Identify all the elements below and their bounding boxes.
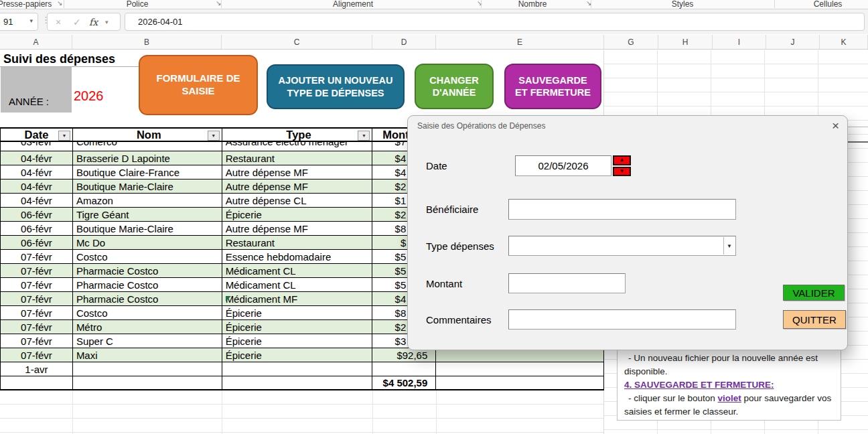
date-cell[interactable]: 07-févr xyxy=(1,278,73,291)
nom-cell[interactable]: Comerco xyxy=(73,142,222,151)
filter-icon[interactable]: ▼ xyxy=(58,131,70,141)
nom-cell[interactable]: Métro xyxy=(73,320,222,334)
date-field[interactable]: 02/05/2026 xyxy=(515,155,611,176)
date-cell[interactable]: 03-févr xyxy=(1,142,73,151)
nom-cell[interactable]: Super C xyxy=(73,334,222,348)
type-cell[interactable]: Épicerie xyxy=(222,334,373,348)
insert-function-icon[interactable]: fx xyxy=(89,17,98,27)
nom-cell[interactable]: Boutique Marie-Claire xyxy=(73,179,222,193)
cell[interactable] xyxy=(73,376,222,389)
date-cell[interactable]: 07-févr xyxy=(1,320,73,334)
column-header-date[interactable]: Date ▼ xyxy=(1,129,73,141)
column-header-g[interactable]: G xyxy=(604,35,658,49)
type-cell[interactable]: Épicerie xyxy=(222,320,373,334)
nom-cell[interactable]: Amazon xyxy=(73,194,222,207)
type-cell[interactable]: Épicerie xyxy=(222,348,373,362)
type-cell[interactable]: Autre dépense MF xyxy=(222,222,373,235)
montant-cell[interactable]: $92,65 xyxy=(372,348,436,362)
nom-cell[interactable]: Tigre Géant xyxy=(73,208,222,221)
filter-icon[interactable]: ▼ xyxy=(208,131,220,141)
dialog-launcher-icon[interactable]: ↘ xyxy=(57,0,62,7)
save-close-button[interactable]: SAUVEGARDE ET FERMETURE xyxy=(504,64,601,109)
column-header-c[interactable]: C xyxy=(222,35,372,49)
column-header-i[interactable]: I xyxy=(713,35,766,49)
date-cell[interactable]: 06-févr xyxy=(1,208,73,221)
nom-cell[interactable]: Brasserie D Lapointe xyxy=(73,151,222,165)
montant-field[interactable] xyxy=(508,273,626,293)
type-cell[interactable]: Essence hebdomadaire xyxy=(222,250,373,263)
type-cell[interactable]: Autre dépense MF xyxy=(222,179,373,193)
date-cell[interactable]: 1-avr xyxy=(1,362,73,376)
column-header-k[interactable]: K xyxy=(820,35,868,49)
enter-entry-icon[interactable]: ✓ xyxy=(73,17,81,27)
total-amount[interactable]: $4 502,59 xyxy=(372,376,436,389)
chevron-down-icon[interactable]: ▼ xyxy=(723,237,735,255)
chevron-down-icon[interactable]: ▾ xyxy=(105,19,108,25)
nom-cell[interactable]: Maxi xyxy=(73,348,222,362)
date-cell[interactable]: 07-févr xyxy=(1,334,73,348)
column-header-type[interactable]: Type ▼ xyxy=(222,129,373,141)
date-cell[interactable]: 07-févr xyxy=(1,306,73,319)
cell[interactable] xyxy=(222,376,373,389)
beneficiaire-field[interactable] xyxy=(508,199,736,220)
column-header-e[interactable]: E xyxy=(436,35,604,49)
formula-input[interactable]: 2026-04-01 xyxy=(125,13,865,31)
filter-icon[interactable]: ▼ xyxy=(358,131,370,141)
type-cell[interactable]: Médicament MF xyxy=(222,292,373,305)
date-cell[interactable]: 04-févr xyxy=(1,165,73,179)
date-cell[interactable]: 06-févr xyxy=(1,222,73,235)
type-cell[interactable] xyxy=(222,362,373,376)
extra-cell[interactable] xyxy=(436,362,604,376)
nom-cell[interactable]: Pharmacie Costco xyxy=(73,264,222,277)
add-expense-type-button[interactable]: AJOUTER UN NOUVEAU TYPE DE DÉPENSES xyxy=(267,64,405,109)
nom-cell[interactable]: Pharmacie Costco xyxy=(73,292,222,305)
type-cell[interactable]: Assurance électro ménager xyxy=(222,142,373,151)
valider-button[interactable]: VALIDER xyxy=(783,285,845,301)
spin-up-icon[interactable]: ▲ xyxy=(613,155,631,165)
nom-cell[interactable] xyxy=(73,362,222,376)
type-depenses-combobox[interactable]: ▼ xyxy=(508,236,736,256)
type-cell[interactable]: Restaurant xyxy=(222,151,373,165)
date-cell[interactable]: 07-févr xyxy=(1,348,73,362)
cell[interactable] xyxy=(1,376,73,389)
column-header-h[interactable]: H xyxy=(658,35,713,49)
date-cell[interactable]: 07-févr xyxy=(1,250,73,263)
cell[interactable] xyxy=(436,376,604,389)
type-cell[interactable]: Autre dépense MF xyxy=(222,165,373,179)
date-cell[interactable]: 06-févr xyxy=(1,236,73,249)
type-cell[interactable]: Autre dépense CL xyxy=(222,194,373,207)
close-icon[interactable]: × xyxy=(832,119,839,133)
nom-cell[interactable]: Costco xyxy=(73,250,222,263)
type-cell[interactable]: Épicerie xyxy=(222,208,373,221)
date-cell[interactable]: 07-févr xyxy=(1,292,73,305)
montant-cell[interactable] xyxy=(372,362,436,376)
type-cell[interactable]: Restaurant xyxy=(222,236,373,249)
chevron-down-icon[interactable]: ▾ xyxy=(29,17,33,24)
column-header-b[interactable]: B xyxy=(72,35,222,49)
nom-cell[interactable]: Mc Do xyxy=(73,236,222,249)
type-cell[interactable]: Médicament CL xyxy=(222,264,373,277)
cancel-entry-icon[interactable]: × xyxy=(56,17,61,27)
nom-cell[interactable]: Costco xyxy=(73,306,222,319)
year-label-cell[interactable]: ANNÉE : xyxy=(1,67,72,113)
date-cell[interactable]: 07-févr xyxy=(1,264,73,277)
form-entry-button[interactable]: FORMULAIRE DE SAISIE xyxy=(139,55,258,115)
date-cell[interactable]: 04-févr xyxy=(1,151,73,165)
type-cell[interactable]: Médicament CL xyxy=(222,278,373,291)
date-cell[interactable]: 04-févr xyxy=(1,194,73,207)
column-header-j[interactable]: J xyxy=(766,35,820,49)
nom-cell[interactable]: Boutique Claire-France xyxy=(73,165,222,179)
nom-cell[interactable]: Boutique Marie-Claire xyxy=(73,222,222,235)
spin-down-icon[interactable]: ▼ xyxy=(613,167,631,177)
quitter-button[interactable]: QUITTER xyxy=(783,310,846,329)
commentaires-field[interactable] xyxy=(508,309,736,330)
extra-cell[interactable] xyxy=(436,348,604,362)
nom-cell[interactable]: Pharmacie Costco xyxy=(73,278,222,291)
year-value-cell[interactable]: 2026 xyxy=(74,88,104,104)
change-year-button[interactable]: CHANGER D'ANNÉE xyxy=(415,64,494,109)
name-box[interactable]: 91 ▾ xyxy=(0,13,38,31)
column-header-a[interactable]: A xyxy=(0,35,72,49)
date-cell[interactable]: 04-févr xyxy=(1,179,73,193)
dialog-launcher-icon[interactable]: ↘ xyxy=(477,0,482,7)
column-header-nom[interactable]: Nom ▼ xyxy=(73,129,222,141)
